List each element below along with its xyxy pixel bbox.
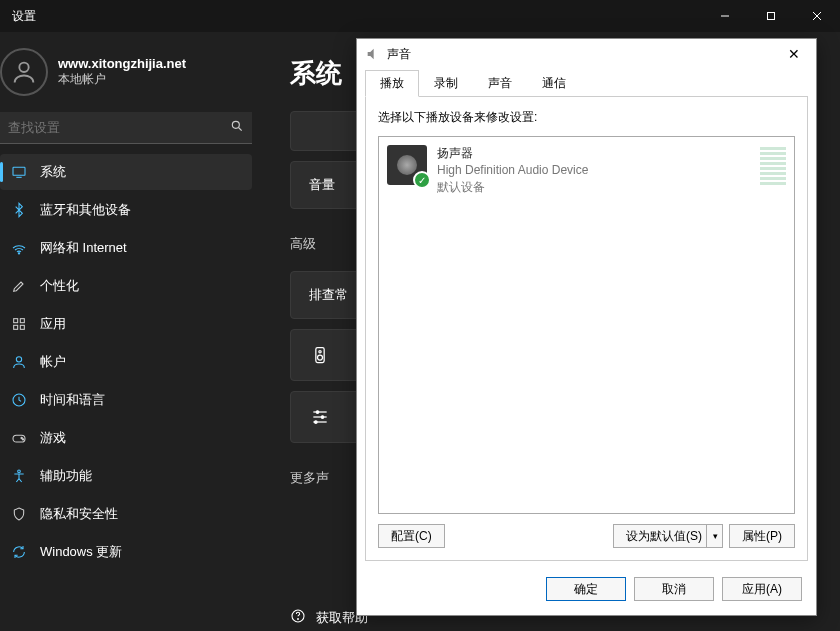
tab-1[interactable]: 录制 — [419, 70, 473, 97]
panel-label: 选择以下播放设备来修改设置: — [378, 109, 795, 126]
nav-item-time[interactable]: 时间和语言 — [0, 382, 252, 418]
svg-rect-12 — [14, 325, 18, 329]
tab-3[interactable]: 通信 — [527, 70, 581, 97]
sound-dialog-icon — [365, 46, 381, 62]
time-icon — [10, 391, 28, 409]
privacy-icon — [10, 505, 28, 523]
personalize-icon — [10, 277, 28, 295]
volume-label: 音量 — [309, 176, 335, 194]
device-name: 扬声器 — [437, 145, 588, 162]
network-icon — [10, 239, 28, 257]
user-sub: 本地帐户 — [58, 71, 186, 88]
nav: 系统蓝牙和其他设备网络和 Internet个性化应用帐户时间和语言游戏辅助功能隐… — [0, 154, 260, 570]
device-status: 默认设备 — [437, 179, 588, 196]
search-input[interactable] — [0, 112, 252, 144]
nav-label: 游戏 — [40, 429, 66, 447]
nav-item-accounts[interactable]: 帐户 — [0, 344, 252, 380]
ok-button[interactable]: 确定 — [546, 577, 626, 601]
svg-rect-11 — [20, 319, 24, 323]
dialog-titlebar: 声音 ✕ — [357, 39, 816, 69]
nav-item-update[interactable]: Windows 更新 — [0, 534, 252, 570]
playback-panel: 选择以下播放设备来修改设置: ✓ 扬声器 High Definition Aud… — [365, 96, 808, 561]
nav-label: 帐户 — [40, 353, 66, 371]
nav-label: 蓝牙和其他设备 — [40, 201, 131, 219]
tab-2[interactable]: 声音 — [473, 70, 527, 97]
close-button[interactable] — [794, 0, 840, 32]
svg-rect-10 — [14, 319, 18, 323]
nav-label: 隐私和安全性 — [40, 505, 118, 523]
svg-point-19 — [18, 470, 21, 473]
default-check-icon: ✓ — [413, 171, 431, 189]
accounts-icon — [10, 353, 28, 371]
dialog-tabs: 播放录制声音通信 — [357, 69, 816, 96]
svg-point-5 — [232, 121, 239, 128]
level-meter — [760, 145, 786, 185]
search-box[interactable] — [0, 112, 252, 144]
gaming-icon — [10, 429, 28, 447]
nav-item-privacy[interactable]: 隐私和安全性 — [0, 496, 252, 532]
nav-label: 网络和 Internet — [40, 239, 127, 257]
device-icon: ✓ — [387, 145, 427, 185]
sound-dialog: 声音 ✕ 播放录制声音通信 选择以下播放设备来修改设置: ✓ 扬声器 High … — [356, 38, 817, 616]
nav-item-accessibility[interactable]: 辅助功能 — [0, 458, 252, 494]
svg-point-9 — [18, 253, 19, 254]
svg-point-28 — [315, 421, 318, 424]
device-item[interactable]: ✓ 扬声器 High Definition Audio Device 默认设备 — [383, 141, 790, 199]
nav-item-personalize[interactable]: 个性化 — [0, 268, 252, 304]
device-list[interactable]: ✓ 扬声器 High Definition Audio Device 默认设备 — [378, 136, 795, 514]
update-icon — [10, 543, 28, 561]
maximize-button[interactable] — [748, 0, 794, 32]
speaker-icon — [309, 344, 331, 366]
nav-label: 应用 — [40, 315, 66, 333]
nav-item-apps[interactable]: 应用 — [0, 306, 252, 342]
troubleshoot-label: 排查常 — [309, 286, 348, 304]
sliders-icon — [309, 406, 331, 428]
nav-label: 系统 — [40, 163, 66, 181]
apps-icon — [10, 315, 28, 333]
configure-button[interactable]: 配置(C) — [378, 524, 445, 548]
user-name: www.xitongzhijia.net — [58, 56, 186, 71]
nav-item-gaming[interactable]: 游戏 — [0, 420, 252, 456]
tab-0[interactable]: 播放 — [365, 70, 419, 97]
nav-label: 辅助功能 — [40, 467, 92, 485]
svg-point-21 — [318, 355, 323, 360]
device-desc: High Definition Audio Device — [437, 162, 588, 179]
nav-label: Windows 更新 — [40, 543, 122, 561]
window-controls — [702, 0, 840, 32]
nav-item-network[interactable]: 网络和 Internet — [0, 230, 252, 266]
avatar — [0, 48, 48, 96]
system-icon — [10, 163, 28, 181]
svg-point-4 — [19, 63, 28, 72]
svg-point-14 — [16, 357, 21, 362]
svg-line-6 — [239, 128, 242, 131]
panel-buttons: 配置(C) 设为默认值(S)▾ 属性(P) — [378, 524, 795, 548]
apply-button[interactable]: 应用(A) — [722, 577, 802, 601]
svg-point-30 — [298, 619, 299, 620]
svg-rect-1 — [768, 13, 775, 20]
svg-point-22 — [319, 351, 321, 353]
svg-point-27 — [321, 416, 324, 419]
sidebar: www.xitongzhijia.net 本地帐户 系统蓝牙和其他设备网络和 I… — [0, 32, 260, 631]
svg-point-18 — [22, 439, 23, 440]
dialog-title: 声音 — [387, 46, 411, 63]
accessibility-icon — [10, 467, 28, 485]
nav-item-system[interactable]: 系统 — [0, 154, 252, 190]
dialog-footer: 确定 取消 应用(A) — [357, 569, 816, 615]
nav-item-bluetooth[interactable]: 蓝牙和其他设备 — [0, 192, 252, 228]
svg-point-17 — [21, 437, 22, 438]
properties-button[interactable]: 属性(P) — [729, 524, 795, 548]
svg-rect-7 — [13, 167, 25, 175]
app-title: 设置 — [0, 8, 36, 25]
nav-label: 个性化 — [40, 277, 79, 295]
chevron-down-icon: ▾ — [706, 525, 718, 547]
minimize-button[interactable] — [702, 0, 748, 32]
user-row[interactable]: www.xitongzhijia.net 本地帐户 — [0, 42, 260, 108]
help-icon — [290, 608, 306, 627]
titlebar: 设置 — [0, 0, 840, 32]
nav-label: 时间和语言 — [40, 391, 105, 409]
cancel-button[interactable]: 取消 — [634, 577, 714, 601]
svg-point-26 — [316, 411, 319, 414]
set-default-button[interactable]: 设为默认值(S)▾ — [613, 524, 723, 548]
bluetooth-icon — [10, 201, 28, 219]
dialog-close-button[interactable]: ✕ — [780, 40, 808, 68]
